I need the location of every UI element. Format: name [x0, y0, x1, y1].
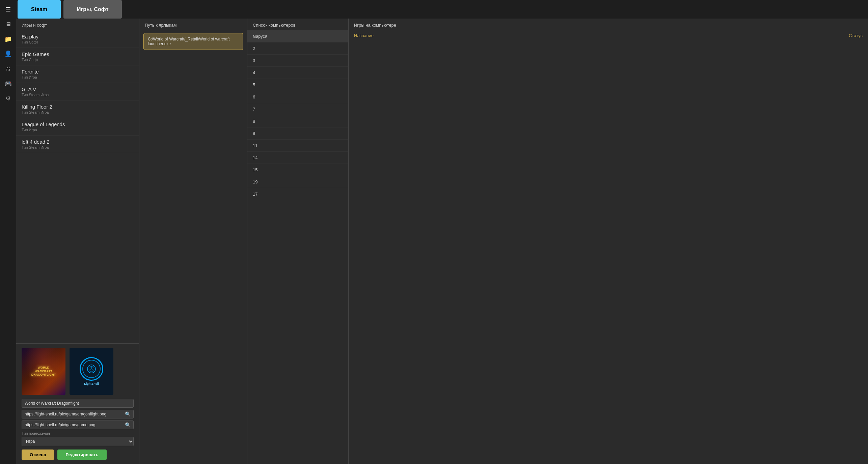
type-select[interactable]: Игра Софт Steam Игра: [22, 437, 134, 446]
game-item-epic-games[interactable]: Epic Games Тип Софт: [16, 48, 139, 65]
computer-item-19[interactable]: 19: [247, 176, 348, 188]
games-list[interactable]: Ea play Тип Софт Epic Games Тип Софт For…: [16, 30, 139, 343]
thumbnail-lightshell: LightShell: [70, 348, 113, 395]
left-panel: Игры и софт Ea play Тип Софт Epic Games …: [16, 19, 139, 464]
url2-row: 🔍: [22, 420, 134, 429]
thumbnails-row: WORLDWARCRAFTDRAGONFLIGHT: [22, 348, 134, 395]
lightshell-svg-icon: [86, 364, 97, 374]
computer-item-14[interactable]: 14: [247, 152, 348, 164]
game-type: Тип Steam Игра: [22, 93, 134, 97]
game-item-killing-floor[interactable]: Killing Floor 2 Тип Steam Игра: [16, 100, 139, 118]
url1-row: 🔍: [22, 410, 134, 418]
cancel-button[interactable]: Отмена: [22, 450, 54, 460]
computer-item-7[interactable]: 7: [247, 103, 348, 115]
game-name: Ea play: [22, 34, 134, 39]
sidebar-monitor-icon[interactable]: 🖥: [1, 18, 15, 31]
game-item-lol[interactable]: League of Legends Тип Игра: [16, 118, 139, 136]
top-tabs: Steam Игры, Софт: [16, 0, 868, 19]
game-type: Тип Steam Игра: [22, 110, 134, 114]
game-type: Тип Steam Игра: [22, 145, 134, 149]
game-name-input[interactable]: [22, 399, 134, 408]
svg-point-0: [87, 365, 96, 373]
computer-item-marusya[interactable]: маруся: [247, 30, 348, 42]
sidebar: ☰ 🖥 📁 👤 🖨 🎮 ⚙: [0, 0, 16, 464]
middle-panel: Путь к ярлыкам C:/World of Warcraft/_Ret…: [139, 19, 247, 464]
sidebar-print-icon[interactable]: 🖨: [1, 62, 15, 76]
computer-item-4[interactable]: 4: [247, 67, 348, 79]
computer-item-5[interactable]: 5: [247, 79, 348, 91]
game-type: Тип Игра: [22, 75, 134, 79]
middle-panel-header: Путь к ярлыкам: [139, 19, 247, 30]
computer-item-11[interactable]: 11: [247, 140, 348, 152]
sidebar-user-icon[interactable]: 👤: [1, 47, 15, 61]
sidebar-settings-icon[interactable]: ⚙: [1, 92, 15, 105]
computer-item-15[interactable]: 15: [247, 164, 348, 176]
right-panel-headers: Название Статус: [349, 29, 868, 41]
computer-item-9[interactable]: 9: [247, 127, 348, 140]
game-type: Тип Софт: [22, 40, 134, 44]
game-name: Fortnite: [22, 69, 134, 75]
computer-item-17[interactable]: 17: [247, 188, 348, 200]
svg-point-1: [89, 366, 94, 372]
right-panel: Игры на компьютере Название Статус: [349, 19, 868, 464]
game-type: Тип Игра: [22, 128, 134, 132]
game-name: League of Legends: [22, 121, 134, 127]
game-name: GTA V: [22, 86, 134, 92]
computer-item-8[interactable]: 8: [247, 115, 348, 127]
thumbnail-wow: WORLDWARCRAFTDRAGONFLIGHT: [22, 348, 65, 395]
game-name: Epic Games: [22, 51, 134, 57]
url1-search-icon[interactable]: 🔍: [123, 411, 131, 417]
game-item-fortnite[interactable]: Fortnite Тип Игра: [16, 65, 139, 83]
computer-item-2[interactable]: 2: [247, 42, 348, 55]
computer-item-6[interactable]: 6: [247, 91, 348, 103]
path-item[interactable]: C:/World of Warcraft/_Retail/World of wa…: [143, 33, 243, 50]
game-item-ea-play[interactable]: Ea play Тип Софт: [16, 30, 139, 48]
sidebar-menu-icon[interactable]: ☰: [1, 3, 15, 16]
thumb-ls-circle: [80, 357, 103, 381]
game-item-gta-v[interactable]: GTA V Тип Steam Игра: [16, 83, 139, 100]
game-name: Killing Floor 2: [22, 104, 134, 110]
tab-steam[interactable]: Steam: [18, 0, 61, 19]
url2-search-icon[interactable]: 🔍: [123, 422, 131, 428]
edit-area: WORLDWARCRAFTDRAGONFLIGHT: [16, 343, 139, 464]
main-content: Steam Игры, Софт Игры и софт Ea play Тип…: [16, 0, 868, 464]
right-header-status: Статус: [849, 33, 863, 38]
url2-input[interactable]: [25, 421, 123, 429]
sidebar-folder-icon[interactable]: 📁: [1, 32, 15, 46]
thumb-ls-label: LightShell: [84, 382, 99, 385]
right-panel-title: Игры на компьютере: [349, 19, 868, 29]
computers-panel: Список компьютеров маруся 2 3 4 5 6 7 8 …: [247, 19, 349, 464]
computer-item-3[interactable]: 3: [247, 55, 348, 67]
type-select-row: Игра Софт Steam Игра: [22, 437, 134, 446]
game-name: left 4 dead 2: [22, 139, 134, 145]
computers-panel-header: Список компьютеров: [247, 19, 348, 30]
right-header-name: Название: [354, 33, 374, 38]
left-panel-header: Игры и софт: [16, 19, 139, 30]
buttons-row: Отмена Редактировать: [22, 450, 134, 460]
content-area: Игры и софт Ea play Тип Софт Epic Games …: [16, 19, 868, 464]
type-label: Тип приложения: [22, 431, 134, 435]
game-type: Тип Софт: [22, 58, 134, 62]
url1-input[interactable]: [25, 410, 123, 418]
tab-games-soft[interactable]: Игры, Софт: [63, 0, 122, 19]
sidebar-gamepad-icon[interactable]: 🎮: [1, 77, 15, 90]
edit-button[interactable]: Редактировать: [57, 450, 106, 460]
thumb-wow-label: WORLDWARCRAFTDRAGONFLIGHT: [31, 366, 56, 377]
game-item-l4d2[interactable]: left 4 dead 2 Тип Steam Игра: [16, 136, 139, 153]
